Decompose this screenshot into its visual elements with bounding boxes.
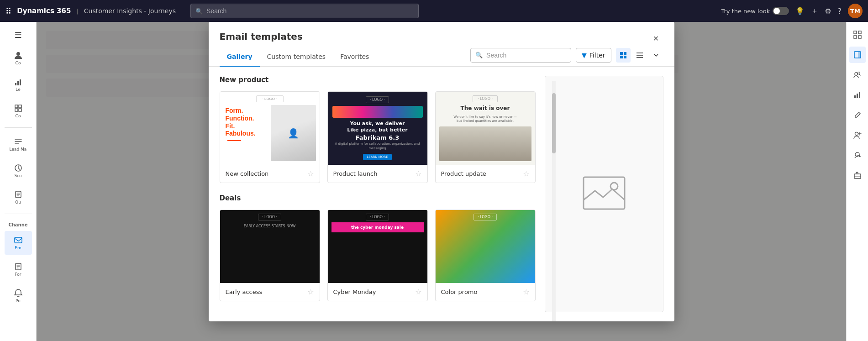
template-name-new-collection: New collection — [226, 170, 269, 177]
template-card-new-collection[interactable]: · LOGO · Form.Function.Fit.Fabulous. 👤 — [220, 91, 320, 183]
tab-custom-templates[interactable]: Custom templates — [260, 47, 333, 67]
sidebar-item-email[interactable]: Em — [5, 231, 32, 255]
template-preview-product-launch: · LOGO · You ask, we deliverLike pizza, … — [328, 92, 427, 165]
template-preview-color-promo: · LOGO · — [436, 210, 535, 283]
svg-rect-14 — [854, 36, 857, 38]
svg-point-19 — [857, 72, 860, 74]
right-sidebar — [846, 22, 868, 341]
svg-point-30 — [610, 183, 618, 190]
preview-deal-logo-ea: · LOGO · — [258, 214, 281, 220]
template-card-early-access[interactable]: · LOGO · EARLY ACCESS STARTS NOW Early a… — [220, 210, 320, 301]
template-card-product-launch[interactable]: · LOGO · You ask, we deliverLike pizza, … — [327, 91, 428, 183]
sidebar-item-push[interactable]: Pu — [5, 284, 32, 308]
new-look-toggle[interactable] — [773, 7, 789, 15]
sidebar-item-leads[interactable]: Le — [5, 73, 32, 96]
svg-rect-27 — [620, 56, 623, 58]
modal-scrollbar-track[interactable] — [552, 81, 556, 321]
lightbulb-icon[interactable]: 💡 — [795, 7, 805, 16]
filter-label: Filter — [589, 52, 605, 59]
chevron-down-view-button[interactable] — [649, 48, 663, 63]
expand-view-button[interactable] — [632, 48, 647, 63]
sidebar-item-scoring[interactable]: Sco — [5, 159, 32, 183]
sidebar-quotes-label: Qu — [15, 200, 21, 205]
favorite-star-product-update[interactable]: ☆ — [523, 169, 529, 178]
svg-point-0 — [16, 52, 20, 56]
global-search-box[interactable]: 🔍 — [190, 4, 419, 18]
svg-rect-15 — [858, 36, 861, 38]
add-icon[interactable]: ＋ — [811, 6, 818, 16]
favorite-star-color-promo[interactable]: ☆ — [523, 288, 529, 296]
preview-gradient-logo-cp: · LOGO · — [473, 214, 497, 220]
section-title-deals: Deals — [220, 194, 536, 202]
filter-icon: ▼ — [582, 52, 587, 59]
favorite-star-cyber-monday[interactable]: ☆ — [415, 288, 421, 296]
tab-favorites[interactable]: Favorites — [333, 47, 376, 67]
preview-logo-light-pu: · LOGO · — [473, 95, 498, 102]
template-search-input[interactable] — [486, 52, 566, 59]
favorite-star-early-access[interactable]: ☆ — [307, 288, 314, 296]
svg-rect-12 — [854, 31, 857, 34]
modal-overlay[interactable]: Email templates ✕ Gallery Custom templat… — [37, 22, 846, 341]
right-briefcase-icon[interactable] — [849, 167, 866, 184]
favorite-star-product-launch[interactable]: ☆ — [415, 169, 421, 178]
new-look-toggle-area: Try the new look — [721, 7, 789, 15]
preview-logo-bar-nc: · LOGO · — [256, 95, 284, 102]
preview-cyber-band-cm: the cyber monday sale — [331, 222, 424, 232]
template-preview-new-collection: · LOGO · Form.Function.Fit.Fabulous. 👤 — [220, 92, 320, 165]
template-card-cyber-monday[interactable]: · LOGO · the cyber monday sale Cyber Mon… — [327, 210, 428, 301]
template-footer-product-launch: Product launch ☆ — [328, 165, 427, 183]
template-footer-product-update: Product update ☆ — [436, 165, 535, 183]
settings-icon[interactable]: ⚙ — [825, 7, 831, 16]
sidebar-item-forms[interactable]: For — [5, 257, 32, 281]
svg-rect-20 — [854, 95, 856, 98]
tab-gallery[interactable]: Gallery — [220, 47, 260, 67]
right-chart-icon[interactable] — [849, 87, 866, 103]
template-footer-color-promo: Color promo ☆ — [436, 283, 535, 301]
right-users-icon[interactable] — [849, 67, 866, 83]
modal-close-button[interactable]: ✕ — [649, 31, 663, 46]
right-tool-icon[interactable] — [849, 147, 866, 163]
svg-point-23 — [855, 132, 858, 136]
person-icon — [14, 51, 23, 60]
template-card-product-update[interactable]: · LOGO · The wait is over We don't like … — [435, 91, 536, 183]
left-sidebar: ☰ Co Le Co Lead Ma Sco Qu Channe Em For … — [0, 22, 37, 341]
svg-rect-13 — [858, 31, 861, 34]
svg-rect-29 — [584, 177, 625, 209]
preview-placeholder-icon — [581, 175, 627, 213]
sidebar-item-lead-management[interactable]: Lead Ma — [5, 132, 32, 156]
apps-icon[interactable]: ⠿ — [5, 6, 11, 16]
search-icon: 🔍 — [195, 8, 203, 15]
expand-grid-icon[interactable] — [849, 26, 866, 43]
sidebar-item-contacts[interactable]: Co — [5, 46, 32, 70]
right-panel-expand-icon[interactable] — [849, 47, 866, 63]
template-search-box[interactable]: 🔍 — [470, 48, 571, 63]
right-person-add-icon[interactable] — [849, 127, 866, 143]
right-edit-icon[interactable] — [849, 107, 866, 123]
topbar-separator: | — [76, 8, 78, 15]
template-preview-early-access: · LOGO · EARLY ACCESS STARTS NOW — [220, 210, 320, 283]
sidebar-item-companies[interactable]: Co — [5, 99, 32, 123]
svg-rect-2 — [17, 81, 19, 85]
filter-button[interactable]: ▼ Filter — [576, 48, 611, 63]
modal-scrollbar-thumb[interactable] — [552, 93, 556, 153]
view-toggle — [616, 48, 663, 63]
favorite-star-new-collection[interactable]: ☆ — [307, 169, 314, 178]
companies-icon — [14, 104, 23, 113]
template-card-color-promo[interactable]: · LOGO · Color promo ☆ — [435, 210, 536, 301]
grid-view-button[interactable] — [616, 48, 631, 63]
global-search-input[interactable] — [206, 7, 414, 15]
sidebar-item-quotes[interactable]: Qu — [5, 185, 32, 209]
template-preview-cyber-monday: · LOGO · the cyber monday sale — [328, 210, 427, 283]
email-templates-modal: Email templates ✕ Gallery Custom templat… — [209, 22, 674, 321]
sidebar-hamburger-icon[interactable]: ☰ — [11, 26, 25, 43]
user-avatar[interactable]: TM — [848, 4, 863, 18]
svg-rect-21 — [857, 94, 858, 98]
push-icon — [14, 289, 23, 298]
sidebar-email-label: Em — [15, 246, 21, 251]
preview-cyber-logo-cm: · LOGO · — [366, 214, 389, 220]
template-name-color-promo: Color promo — [441, 289, 478, 295]
help-icon[interactable]: ? — [838, 7, 842, 16]
preview-dark-text: You ask, we deliverLike pizza, but bette… — [332, 121, 423, 151]
svg-rect-22 — [859, 92, 860, 98]
deals-grid: · LOGO · EARLY ACCESS STARTS NOW Early a… — [220, 210, 536, 301]
